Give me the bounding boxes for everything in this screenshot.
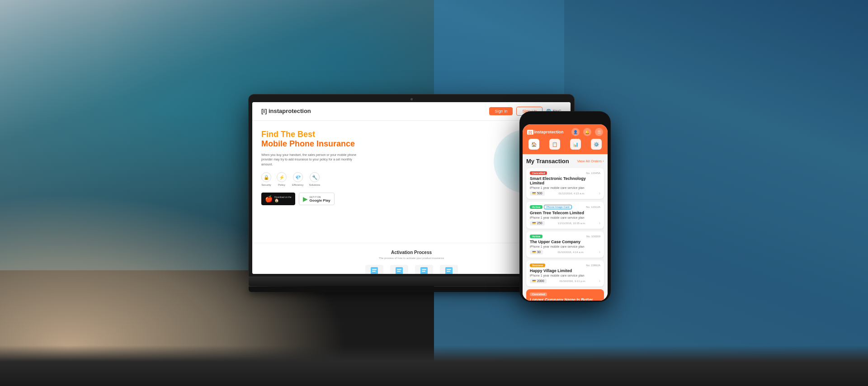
feature-efficiency: 💎 Efficiency: [292, 172, 304, 186]
transaction-4-arrow: ›: [599, 278, 600, 283]
hero-features: 🔒 Security ⚡ Policy 💎 Efficiency: [261, 172, 489, 186]
svg-rect-10: [397, 269, 401, 270]
activation-title: Activation Process: [259, 250, 564, 255]
transaction-3-plan: iPhone 1 year mobile care service plan: [530, 245, 600, 248]
hero-description: When you buy your handset, the sales per…: [261, 153, 361, 167]
transaction-card-5[interactable]: Cancelled Longer Company Name Is Better …: [526, 289, 604, 301]
transaction-4-date: 01/10/2016, 3:11 p.m.: [559, 280, 585, 282]
app-section-header: My Transaction View All Orders ›: [526, 158, 604, 165]
transaction-4-badges: Success: [530, 264, 545, 267]
view-all-link[interactable]: View All Orders ›: [577, 159, 604, 163]
svg-rect-8: [372, 271, 376, 272]
svg-rect-17: [447, 271, 450, 272]
solutions-icon: 🔧: [310, 172, 320, 182]
transaction-3-arrow: ›: [599, 249, 600, 254]
transaction-1-arrow: ›: [599, 191, 600, 196]
transaction-2-amount-value: 250: [537, 221, 542, 225]
transaction-3-amount-value: 30: [537, 250, 541, 254]
transaction-4-amount-value: 2000: [537, 279, 544, 282]
home-tab-icon: 🏠: [528, 139, 539, 150]
phone-screen: [i] instaprotection 👤 🔔 ☰ 🏠 📋: [523, 124, 608, 301]
web-logo: [i] instaprotection: [261, 108, 311, 114]
svg-rect-14: [422, 271, 425, 272]
activation-step-3: [415, 265, 433, 274]
svg-rect-13: [422, 269, 426, 270]
signin-button[interactable]: Sign In: [489, 107, 513, 115]
stats-tab-icon: 📊: [570, 139, 581, 150]
feature-security: 🔒 Security: [261, 172, 271, 186]
transaction-1-amount-value: 500: [537, 192, 542, 195]
app-tab-stats[interactable]: 📊: [569, 139, 583, 151]
menu-icon[interactable]: ☰: [595, 128, 603, 136]
transaction-card-3[interactable]: Active No. 100200 The Upper Case Company…: [526, 231, 604, 258]
feature-label-solutions: Solutions: [309, 184, 321, 186]
transaction-3-badges: Active: [530, 235, 542, 238]
hero-title-line2: Mobile Phone Insurance: [261, 139, 489, 149]
badge-success-4: Success: [530, 264, 545, 267]
activation-step-2: [390, 265, 408, 274]
phone-frame: [i] instaprotection 👤 🔔 ☰ 🏠 📋: [520, 112, 610, 301]
policy-icon: ⚡: [277, 172, 287, 182]
app-logo-name: instaprotection: [534, 130, 564, 134]
transaction-card-3-header: Active No. 100200: [530, 235, 600, 238]
transaction-1-company: Smart Electronic Technology Limited: [530, 176, 600, 185]
profile-icon[interactable]: 👤: [571, 128, 580, 136]
sim-icon-4: 💳: [532, 279, 536, 283]
feature-label-policy: Policy: [277, 184, 287, 186]
efficiency-icon: 💎: [293, 172, 303, 182]
appstore-main-text: 🏠: [274, 198, 292, 202]
transaction-4-no: No. 22892A: [586, 264, 600, 267]
svg-rect-11: [397, 271, 401, 272]
transaction-4-plan: iPhone 1 year mobile care service plan: [530, 274, 600, 277]
badge-cancelled-1: Cancelled: [530, 171, 547, 175]
app-logo: [i] instaprotection: [527, 130, 564, 135]
sim-icon-2: 💳: [532, 221, 536, 225]
store-buttons: 🍎 Download on the 🏠 ▶ GET IT: [261, 193, 489, 205]
activation-subtitle: The process of how to activate your prod…: [259, 257, 564, 259]
notification-icon[interactable]: 🔔: [583, 128, 591, 136]
badge-active-3: Active: [530, 235, 542, 238]
transaction-card-1[interactable]: Cancelled No. 12345A Smart Electronic Te…: [526, 168, 604, 199]
transaction-4-footer: 💳 2000 01/10/2016, 3:11 p.m. ›: [530, 278, 600, 283]
transaction-1-no: No. 12345A: [586, 172, 600, 174]
settings-tab-icon: ⚙️: [591, 139, 602, 150]
transaction-5-badges: Cancelled: [530, 292, 547, 296]
app-tab-settings[interactable]: ⚙️: [589, 139, 603, 151]
app-logo-bracket: [i]: [527, 130, 533, 135]
transaction-1-badges: Cancelled: [530, 171, 547, 175]
transaction-3-no: No. 100200: [586, 235, 600, 238]
appstore-top-text: Download on the: [274, 196, 292, 198]
app-tab-list[interactable]: 📋: [548, 139, 562, 151]
security-icon: 🔒: [261, 172, 271, 182]
googleplay-top-text: GET IT ON: [310, 196, 330, 198]
googleplay-button[interactable]: ▶ GET IT ON Google Play: [299, 193, 335, 205]
transaction-card-2[interactable]: Active Phone Image Card No. 12312A Green…: [526, 202, 604, 229]
transaction-card-2-header: Active Phone Image Card No. 12312A: [530, 205, 600, 209]
appstore-text: Download on the 🏠: [274, 196, 292, 202]
app-tab-home[interactable]: 🏠: [527, 139, 541, 151]
googleplay-main-text: Google Play: [310, 198, 330, 202]
list-tab-icon: 📋: [549, 139, 560, 150]
svg-rect-12: [420, 267, 428, 274]
feature-policy: ⚡ Policy: [277, 172, 287, 186]
badge-cancelled-5: Cancelled: [530, 292, 547, 296]
transaction-card-4-header: Success No. 22892A: [530, 264, 600, 267]
sim-icon-1: 💳: [532, 192, 536, 195]
badge-phone-image: Phone Image Card: [544, 205, 572, 209]
logo-name: instaprotection: [269, 108, 311, 114]
svg-rect-6: [371, 267, 378, 274]
activation-step-1: [365, 265, 383, 274]
svg-rect-9: [396, 267, 403, 274]
transaction-1-date: 01/12/2016, 4:15 a.m.: [558, 192, 585, 195]
transaction-3-company: The Upper Case Company: [530, 240, 600, 244]
transaction-4-amount: 💳 2000: [530, 279, 547, 283]
transaction-3-amount: 💳 30: [530, 250, 543, 254]
activation-step-4: [440, 265, 458, 274]
transaction-1-plan: iPhone 1 year mobile care service plan: [530, 186, 600, 189]
appstore-button[interactable]: 🍎 Download on the 🏠: [261, 193, 295, 205]
feature-label-efficiency: Efficiency: [292, 184, 304, 186]
activation-steps: [259, 265, 564, 274]
transaction-3-footer: 💳 30 01/10/2016, 4:14 a.m. ›: [530, 249, 600, 254]
transaction-card-4[interactable]: Success No. 22892A Happy Village Limited…: [526, 260, 604, 287]
sim-icon-3: 💳: [532, 250, 536, 254]
